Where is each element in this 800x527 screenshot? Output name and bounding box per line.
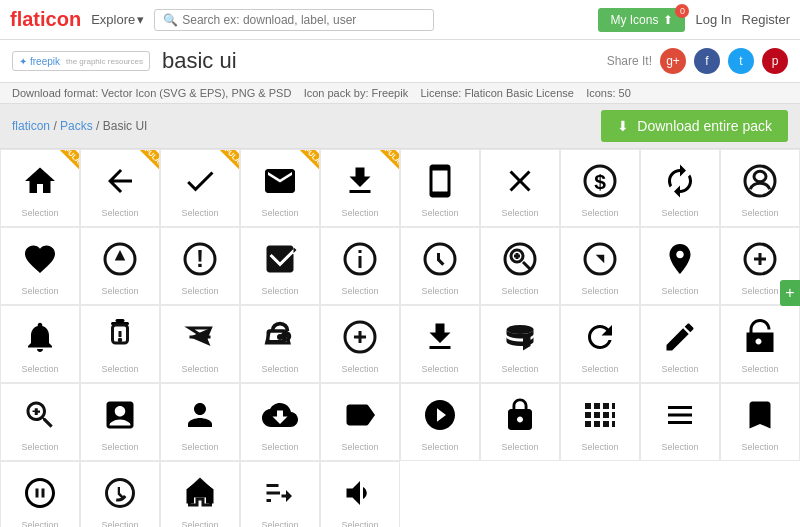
- svg-rect-42: [603, 403, 609, 409]
- icon-cell[interactable]: Selection: [0, 305, 80, 383]
- icon-cell[interactable]: Selection: [160, 461, 240, 527]
- icon-cell[interactable]: Selection: [320, 461, 400, 527]
- svg-rect-20: [116, 319, 125, 322]
- icon-label: Selection: [741, 442, 778, 452]
- icon-cell[interactable]: Selection: [480, 383, 560, 461]
- my-icons-button[interactable]: My Icons ⬆ 0: [598, 8, 685, 32]
- register-link[interactable]: Register: [742, 12, 790, 27]
- icon-symbol: [742, 319, 778, 360]
- breadcrumb-packs[interactable]: Packs: [60, 119, 93, 133]
- icon-cell[interactable]: !Selection: [160, 227, 240, 305]
- icon-cell[interactable]: POPULARSelection: [80, 149, 160, 227]
- pinterest-button[interactable]: p: [762, 48, 788, 74]
- icon-cell[interactable]: Selection: [720, 383, 800, 461]
- icon-cell[interactable]: Selection: [0, 461, 80, 527]
- login-link[interactable]: Log In: [695, 12, 731, 27]
- svg-rect-44: [603, 421, 609, 427]
- icon-symbol: [182, 163, 218, 204]
- icon-label: Selection: [261, 520, 298, 528]
- icon-cell[interactable]: Selection: [320, 383, 400, 461]
- svg-rect-23: [119, 331, 122, 337]
- pack-info: ✦ freepik the graphic resources basic ui…: [0, 40, 800, 83]
- icon-label: Selection: [21, 364, 58, 374]
- icon-symbol: [662, 319, 698, 360]
- breadcrumb-sep2: /: [96, 119, 103, 133]
- svg-rect-40: [594, 412, 600, 418]
- icon-symbol: [342, 319, 378, 360]
- download-pack-button[interactable]: ⬇ Download entire pack: [601, 110, 788, 142]
- icon-symbol: [102, 397, 138, 438]
- facebook-button[interactable]: f: [694, 48, 720, 74]
- icon-symbol: [502, 241, 538, 282]
- search-input[interactable]: [182, 13, 425, 27]
- download-icon: ⬇: [617, 118, 629, 134]
- icon-cell[interactable]: Selection: [720, 149, 800, 227]
- icon-label: Selection: [261, 364, 298, 374]
- twitter-button[interactable]: t: [728, 48, 754, 74]
- icon-cell[interactable]: Selection: [480, 149, 560, 227]
- icon-cell[interactable]: Selection: [240, 305, 320, 383]
- icon-cell[interactable]: $Selection: [560, 149, 640, 227]
- icon-label: Selection: [181, 208, 218, 218]
- download-format: Download format: Vector Icon (SVG & EPS)…: [12, 87, 291, 99]
- icon-label: Selection: [341, 286, 378, 296]
- svg-text:$: $: [594, 169, 606, 192]
- icon-cell[interactable]: Selection: [240, 383, 320, 461]
- icon-symbol: [262, 475, 298, 516]
- icon-cell[interactable]: Selection: [80, 383, 160, 461]
- icon-label: Selection: [581, 442, 618, 452]
- icon-cell[interactable]: POPULARSelection: [320, 149, 400, 227]
- icon-cell[interactable]: Selection: [400, 149, 480, 227]
- icon-cell[interactable]: Selection: [400, 383, 480, 461]
- my-icons-badge: 0: [675, 4, 689, 18]
- icon-symbol: !: [182, 241, 218, 282]
- icon-label: Selection: [421, 286, 458, 296]
- icon-label: Selection: [661, 442, 698, 452]
- icon-cell[interactable]: Selection: [720, 305, 800, 383]
- license-label: License: Flaticon Basic License: [420, 87, 573, 99]
- icon-cell[interactable]: Selection: [640, 383, 720, 461]
- icon-cell[interactable]: Selection: [0, 383, 80, 461]
- icon-cell[interactable]: Selection: [480, 227, 560, 305]
- icon-cell[interactable]: Selection: [0, 227, 80, 305]
- pack-meta: Download format: Vector Icon (SVG & EPS)…: [0, 83, 800, 104]
- svg-point-31: [277, 334, 283, 340]
- icon-cell[interactable]: Selection: [560, 383, 640, 461]
- side-add-button[interactable]: +: [780, 280, 800, 306]
- svg-point-22: [118, 337, 123, 342]
- icon-cell[interactable]: POPULARSelection: [240, 149, 320, 227]
- icon-symbol: [662, 397, 698, 438]
- logo-flat: flat: [10, 8, 40, 30]
- icon-symbol: [662, 241, 698, 282]
- icon-label: Selection: [741, 364, 778, 374]
- icon-cell[interactable]: Selection: [560, 227, 640, 305]
- icon-cell[interactable]: Selection: [240, 227, 320, 305]
- icon-cell[interactable]: Selection: [320, 305, 400, 383]
- icon-cell[interactable]: Selection: [480, 305, 560, 383]
- icon-cell[interactable]: Selection: [160, 305, 240, 383]
- explore-button[interactable]: Explore ▾: [91, 12, 144, 27]
- icon-label: Selection: [261, 286, 298, 296]
- icon-cell[interactable]: Selection: [80, 305, 160, 383]
- icon-cell[interactable]: POPULARSelection: [160, 149, 240, 227]
- svg-rect-49: [42, 488, 45, 497]
- icon-cell[interactable]: Selection: [400, 305, 480, 383]
- icon-label: Selection: [181, 442, 218, 452]
- icon-symbol: [582, 241, 618, 282]
- icon-cell[interactable]: Selection: [80, 461, 160, 527]
- icon-cell[interactable]: Selection: [640, 149, 720, 227]
- icon-cell[interactable]: Selection: [560, 305, 640, 383]
- freepik-logo: ✦ freepik the graphic resources: [12, 51, 150, 71]
- icon-cell[interactable]: Selection: [400, 227, 480, 305]
- breadcrumb-flaticon[interactable]: flaticon: [12, 119, 50, 133]
- icon-cell[interactable]: Selection: [640, 227, 720, 305]
- icon-cell[interactable]: Selection: [640, 305, 720, 383]
- icon-cell[interactable]: Selection: [320, 227, 400, 305]
- icon-cell[interactable]: POPULARSelection: [0, 149, 80, 227]
- google-plus-button[interactable]: g+: [660, 48, 686, 74]
- icon-cell[interactable]: Selection: [240, 461, 320, 527]
- svg-point-35: [507, 325, 534, 334]
- icon-cell[interactable]: Selection: [80, 227, 160, 305]
- icon-cell[interactable]: Selection: [160, 383, 240, 461]
- svg-rect-45: [612, 403, 615, 409]
